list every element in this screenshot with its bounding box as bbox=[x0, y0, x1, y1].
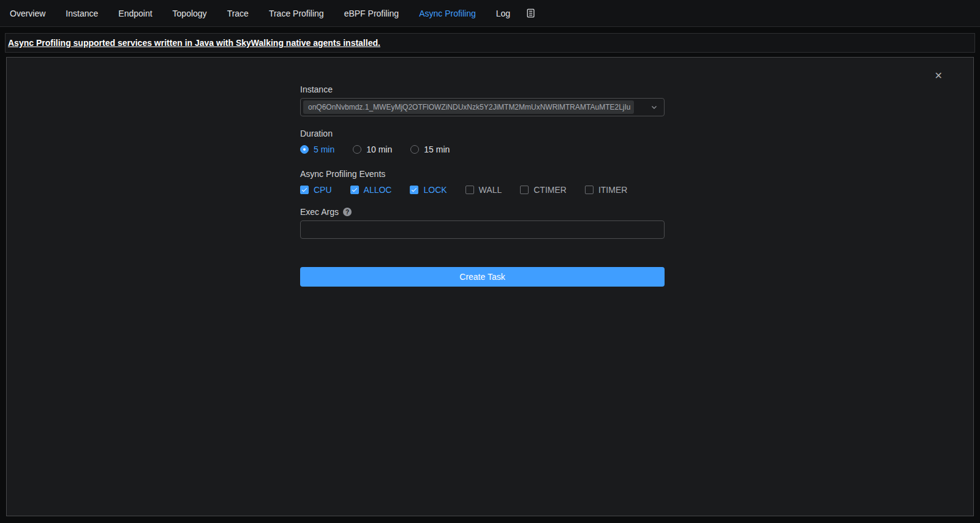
checkbox-label: CPU bbox=[314, 185, 332, 195]
tab-endpoint[interactable]: Endpoint bbox=[118, 9, 152, 18]
radio-15min[interactable]: 15 min bbox=[410, 145, 450, 154]
events-label: Async Profiling Events bbox=[300, 169, 665, 179]
radio-label: 5 min bbox=[314, 145, 334, 154]
checkbox-box bbox=[585, 186, 594, 194]
tab-topology[interactable]: Topology bbox=[173, 9, 207, 18]
list-document-icon[interactable] bbox=[526, 8, 536, 18]
checkbox-label: ITIMER bbox=[598, 185, 627, 195]
checkbox-box bbox=[410, 186, 418, 194]
checkbox-lock[interactable]: LOCK bbox=[410, 185, 447, 195]
checkbox-wall[interactable]: WALL bbox=[466, 185, 502, 195]
async-profiling-panel: ✕ Instance onQ6OnNvbmdz.1_MWEyMjQ2OTFlOW… bbox=[6, 57, 974, 516]
checkbox-label: CTIMER bbox=[533, 185, 567, 195]
checkbox-alloc[interactable]: ALLOC bbox=[350, 185, 392, 195]
radio-label: 15 min bbox=[424, 145, 450, 154]
instance-selected-tag: onQ6OnNvbmdz.1_MWEyMjQ2OTFlOWZiNDUxNzk5Y… bbox=[303, 100, 634, 114]
event-options: CPU ALLOC LOCK WALL CTIMER bbox=[300, 185, 665, 195]
radio-10min[interactable]: 10 min bbox=[353, 145, 392, 154]
checkbox-itimer[interactable]: ITIMER bbox=[585, 185, 627, 195]
create-task-form: Instance onQ6OnNvbmdz.1_MWEyMjQ2OTFlOWZi… bbox=[300, 58, 665, 287]
instance-selected-value: onQ6OnNvbmdz.1_MWEyMjQ2OTFlOWZiNDUxNzk5Y… bbox=[308, 103, 631, 111]
radio-dot bbox=[353, 145, 361, 154]
top-nav: Overview Instance Endpoint Topology Trac… bbox=[0, 0, 980, 27]
radio-dot bbox=[410, 145, 419, 154]
tab-instance[interactable]: Instance bbox=[66, 9, 98, 18]
radio-5min[interactable]: 5 min bbox=[300, 145, 334, 154]
info-banner: Async Profiling supported services writt… bbox=[5, 33, 975, 53]
banner-text: Async Profiling supported services writt… bbox=[8, 38, 380, 48]
exec-args-input[interactable] bbox=[300, 220, 665, 239]
radio-dot bbox=[300, 145, 309, 154]
instance-label: Instance bbox=[300, 85, 665, 94]
radio-label: 10 min bbox=[366, 145, 392, 154]
checkbox-cpu[interactable]: CPU bbox=[300, 185, 332, 195]
tab-overview[interactable]: Overview bbox=[10, 9, 45, 18]
tab-ebpf-profiling[interactable]: eBPF Profiling bbox=[344, 9, 399, 18]
close-icon[interactable]: ✕ bbox=[935, 71, 943, 81]
tab-trace[interactable]: Trace bbox=[227, 9, 249, 18]
tab-trace-profiling[interactable]: Trace Profiling bbox=[269, 9, 324, 18]
exec-args-label: Exec Args ? bbox=[300, 207, 665, 217]
checkbox-box bbox=[300, 186, 309, 194]
tab-log[interactable]: Log bbox=[496, 9, 510, 18]
checkbox-label: LOCK bbox=[423, 185, 447, 195]
exec-args-label-text: Exec Args bbox=[300, 207, 339, 217]
checkbox-label: ALLOC bbox=[364, 185, 392, 195]
checkbox-ctimer[interactable]: CTIMER bbox=[520, 185, 567, 195]
checkbox-box bbox=[350, 186, 359, 194]
checkbox-box bbox=[520, 186, 529, 194]
help-icon[interactable]: ? bbox=[343, 208, 352, 216]
tab-async-profiling[interactable]: Async Profiling bbox=[419, 9, 476, 18]
duration-options: 5 min 10 min 15 min bbox=[300, 145, 665, 154]
instance-select[interactable]: onQ6OnNvbmdz.1_MWEyMjQ2OTFlOWZiNDUxNzk5Y… bbox=[300, 98, 665, 116]
checkbox-label: WALL bbox=[479, 185, 502, 195]
duration-label: Duration bbox=[300, 129, 665, 138]
chevron-down-icon[interactable] bbox=[650, 103, 658, 111]
checkbox-box bbox=[466, 186, 474, 194]
create-task-button[interactable]: Create Task bbox=[300, 267, 665, 287]
